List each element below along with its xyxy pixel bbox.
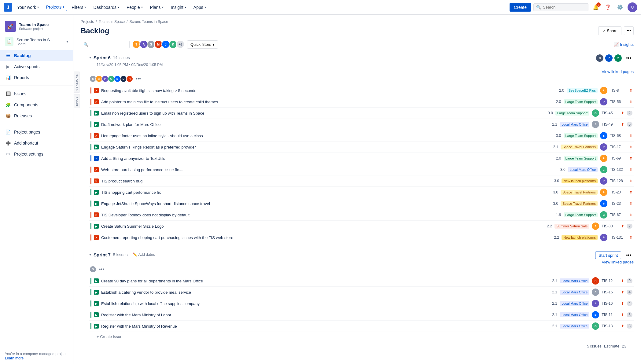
issue-tag[interactable]: New launch platforms — [562, 235, 598, 240]
versions-label[interactable]: VERSIONS — [74, 72, 79, 93]
create-button[interactable]: Create — [510, 3, 531, 12]
issue-tag[interactable]: SeeSpaceEZ Plus — [567, 88, 598, 93]
nav-your-work[interactable]: Your work ▾ — [15, 4, 41, 11]
sprint-6-view-linked-pages[interactable]: View linked pages — [602, 69, 634, 74]
issue-assignee-avatar[interactable]: A — [600, 87, 607, 94]
issue-tag[interactable]: New launch platforms — [562, 178, 598, 183]
issue-assignee-avatar[interactable]: P — [600, 177, 607, 185]
sidebar-item-issues[interactable]: 🔲 Issues — [0, 88, 73, 99]
sidebar-item-add-shortcut[interactable]: ➕ Add shortcut — [0, 138, 73, 149]
create-issue-row[interactable]: + Create issue — [89, 332, 634, 341]
list-item[interactable]: ▶ Register with the Mars Ministry of Rev… — [89, 321, 634, 332]
issue-assignee-avatar[interactable]: G — [600, 211, 607, 219]
list-item[interactable]: ✕ Add pointer to main css file to instru… — [89, 96, 634, 108]
sprint-6-collapse-icon[interactable]: ▾ — [89, 55, 91, 60]
issue-assignee-avatar[interactable]: A — [600, 189, 607, 196]
issue-assignee-avatar[interactable]: A — [600, 155, 607, 162]
issue-assignee-avatar[interactable]: S — [592, 121, 599, 128]
share-button[interactable]: ↗ Share — [598, 26, 621, 35]
list-item[interactable]: ▶ TIS shopping cart performance fix 3.0 … — [89, 187, 634, 198]
list-item[interactable]: ▶ Establish a catering vendor to provide… — [89, 287, 634, 298]
issue-assignee-avatar[interactable]: P — [600, 143, 607, 151]
sidebar-item-backlog[interactable]: ☰ Backlog — [0, 50, 73, 61]
avatar-more[interactable]: +6 — [176, 40, 185, 49]
nav-projects[interactable]: Projects ▾ — [44, 3, 67, 11]
quick-filters-button[interactable]: Quick filters ▾ — [187, 40, 218, 49]
nav-insight[interactable]: Insight ▾ — [168, 4, 189, 11]
issue-tag[interactable]: Large Team Support — [564, 133, 598, 138]
breadcrumb-scrum[interactable]: Scrum: Teams in Space — [129, 20, 168, 24]
nav-filters[interactable]: Filters ▾ — [69, 4, 88, 11]
issue-assignee-avatar[interactable]: B — [600, 200, 607, 207]
issue-assignee-avatar[interactable]: R — [592, 277, 599, 285]
sidebar-item-components[interactable]: 🧩 Components — [0, 99, 73, 110]
sprint-7-more-button[interactable]: ••• — [624, 251, 634, 260]
list-item[interactable]: ▶ Engage JetShuttle SpaceWays for short … — [89, 198, 634, 209]
sprint-6-more-dots[interactable]: ••• — [136, 76, 141, 82]
issue-assignee-avatar[interactable]: B — [592, 311, 599, 318]
list-item[interactable]: ▶ Register with the Mars Ministry of Lab… — [89, 309, 634, 321]
list-item[interactable]: ✕ Customers reporting shoping cart purch… — [89, 232, 634, 243]
nav-people[interactable]: People ▾ — [124, 4, 145, 11]
list-item[interactable]: ▶ Engage Saturn's Rings Resort as a pref… — [89, 142, 634, 153]
sidebar-item-project-settings[interactable]: ⚙ Project settings — [0, 149, 73, 160]
board-chevron-icon[interactable]: ▾ — [66, 39, 68, 44]
issue-tag[interactable]: Local Mars Office — [560, 324, 589, 329]
list-item[interactable]: ✕ Web-store purchasing performance issue… — [89, 164, 634, 175]
list-item[interactable]: ▶ Create Saturn Summer Sizzle Logo 2.2 S… — [89, 221, 634, 232]
nav-dashboards[interactable]: Dashboards ▾ — [91, 4, 122, 11]
sidebar-item-active-sprints[interactable]: ▶ Active sprints — [0, 61, 73, 72]
sprint-7-avatar-1[interactable]: S — [89, 266, 97, 273]
issue-tag[interactable]: Large Team Support — [564, 156, 598, 161]
help-button[interactable]: ❓ — [603, 2, 613, 12]
issue-assignee-avatar[interactable]: P — [600, 234, 607, 241]
user-avatar[interactable]: U — [628, 2, 637, 12]
sidebar-item-project-pages[interactable]: 📄 Project pages — [0, 127, 73, 138]
add-dates-button[interactable]: ✏️ Add dates — [133, 252, 155, 257]
settings-button[interactable]: ⚙️ — [615, 2, 625, 12]
issue-tag[interactable]: Local Mars Office — [560, 312, 589, 317]
sprint-6-avatar-7[interactable]: R — [126, 75, 133, 83]
sidebar-item-releases[interactable]: 📦 Releases — [0, 110, 73, 121]
list-item[interactable]: ✕ TIS product search bug 3.0 New launch … — [89, 175, 634, 187]
issue-assignee-avatar[interactable]: P — [600, 98, 607, 105]
sprint-7-collapse-icon[interactable]: ▾ — [89, 252, 91, 257]
insights-button[interactable]: 📈 Insights — [614, 42, 634, 47]
issue-assignee-avatar[interactable]: P — [592, 300, 599, 307]
issue-assignee-avatar[interactable]: S — [592, 289, 599, 296]
search-input[interactable] — [543, 5, 586, 9]
issue-tag[interactable]: Local Mars Office — [568, 167, 598, 172]
issue-tag[interactable]: Local Mars Office — [560, 278, 589, 283]
sprint-7-more-dots[interactable]: ••• — [99, 267, 104, 272]
list-item[interactable]: ✕ TIS Developer Toolbox does not display… — [89, 209, 634, 221]
issue-assignee-avatar[interactable]: G — [600, 166, 607, 173]
more-options-button[interactable]: ••• — [624, 26, 634, 35]
issue-tag[interactable]: Local Mars Office — [560, 290, 589, 295]
epics-label[interactable]: EPICS — [74, 94, 79, 108]
backlog-search-input[interactable] — [90, 42, 127, 47]
search-box[interactable]: 🔍 — [533, 3, 588, 11]
toolbar-search[interactable]: 🔍 — [81, 41, 130, 48]
list-item[interactable]: ▶ Establish relationship with local offi… — [89, 298, 634, 309]
list-item[interactable]: ▶ Create 90 day plans for all department… — [89, 275, 634, 287]
issue-tag[interactable]: Space Travel Partners — [561, 201, 598, 206]
issue-tag[interactable]: Large Team Support — [555, 111, 589, 116]
breadcrumb-teams-in-space[interactable]: Teams in Space — [99, 20, 125, 24]
logo[interactable]: J — [4, 3, 12, 12]
breadcrumb-projects[interactable]: Projects — [81, 20, 94, 24]
list-item[interactable]: ✕ Requesting avaliable flights is now ta… — [89, 85, 634, 96]
issue-tag[interactable]: Local Mars Office — [560, 122, 589, 127]
issue-tag[interactable]: Large Team Support — [564, 99, 598, 104]
sprint-6-more-button[interactable]: ••• — [624, 53, 634, 63]
nav-plans[interactable]: Plans ▾ — [148, 4, 166, 11]
issue-tag[interactable]: Space Travel Partners — [561, 145, 598, 149]
sidebar-item-reports[interactable]: 📊 Reports — [0, 72, 73, 83]
issue-assignee-avatar[interactable]: B — [600, 132, 607, 139]
issue-assignee-avatar[interactable]: A — [592, 222, 599, 230]
list-item[interactable]: ✓ Add a String anonymizer to TextUtils 2… — [89, 153, 634, 164]
list-item[interactable]: ✕ Homepage footer uses an inline style -… — [89, 130, 634, 142]
nav-apps[interactable]: Apps ▾ — [191, 4, 208, 11]
list-item[interactable]: ▶ Email non registered users to sign up … — [89, 108, 634, 119]
issue-tag[interactable]: Summer Saturn Sale — [554, 224, 589, 229]
issue-tag[interactable]: Large Team Support — [564, 212, 598, 217]
